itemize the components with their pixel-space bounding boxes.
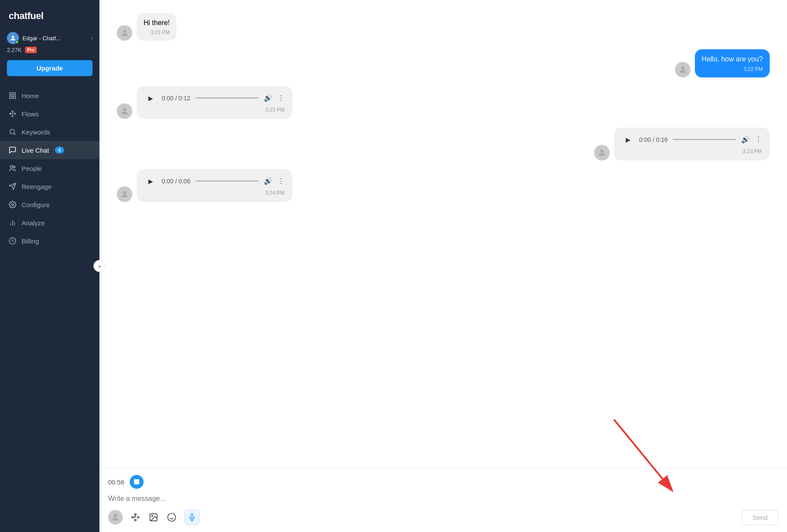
svg-point-19	[123, 30, 126, 33]
audio-time: 0:00 / 0:12	[162, 95, 190, 102]
sender-avatar	[108, 510, 123, 525]
play-button[interactable]: ▶	[622, 134, 634, 146]
upgrade-button[interactable]: Upgrade	[7, 60, 93, 76]
audio-progress-bar[interactable]	[195, 97, 259, 99]
configure-icon	[9, 201, 16, 208]
chat-input-area: 00:56 Send	[99, 468, 787, 532]
avatar	[117, 25, 132, 41]
chevron-icon: ›	[91, 35, 93, 41]
sidebar-item-keywords[interactable]: Keywords	[0, 123, 99, 141]
message-row-audio-received-2: ▶ 0:00 / 0:06 🔊 ⋮ 3:24 PM	[117, 169, 770, 202]
sidebar-item-label-flows: Flows	[22, 110, 38, 118]
collapse-sidebar-button[interactable]: »	[93, 260, 106, 272]
microphone-button[interactable]	[184, 510, 200, 525]
message-text: Hello, how are you?	[702, 54, 763, 64]
logo: chatfuel	[0, 0, 99, 29]
avatar	[594, 145, 610, 160]
stop-recording-button[interactable]	[130, 475, 144, 489]
svg-rect-1	[10, 93, 12, 95]
message-row-sent: Hello, how are you? 3:22 PM	[117, 49, 770, 77]
svg-rect-3	[10, 96, 12, 99]
message-time: 3:22 PM	[144, 29, 170, 35]
svg-point-25	[132, 516, 134, 518]
play-button[interactable]: ▶	[144, 92, 157, 104]
online-indicator	[15, 40, 19, 44]
keywords-icon	[9, 128, 16, 136]
sidebar-item-live-chat[interactable]: Live Chat 4	[0, 141, 99, 159]
billing-icon	[9, 237, 16, 245]
audio-controls: ▶ 0:00 / 0:12 🔊 ⋮	[144, 92, 285, 104]
input-toolbar: Send	[108, 510, 778, 525]
collapse-icon: »	[98, 263, 101, 269]
audio-controls: ▶ 0:00 / 0:06 🔊 ⋮	[144, 175, 285, 187]
more-icon[interactable]: ⋮	[278, 94, 285, 102]
sidebar-item-label-reengage: Reengage	[22, 183, 51, 190]
svg-point-24	[114, 514, 117, 517]
svg-point-23	[123, 191, 126, 194]
sidebar-item-billing[interactable]: Billing	[0, 232, 99, 250]
analyze-icon	[9, 219, 16, 227]
main-chat: Hi there! 3:22 PM Hello, how are you? 3:…	[99, 0, 787, 532]
sidebar-item-home[interactable]: Home	[0, 87, 99, 105]
audio-progress-bar[interactable]	[673, 139, 736, 140]
sidebar-item-configure[interactable]: Configure	[0, 195, 99, 214]
account-row[interactable]: Edgar - Chatf... ›	[7, 32, 93, 44]
sidebar: chatfuel Edgar - Chatf... › 2.27K Pro Up…	[0, 0, 99, 532]
play-button[interactable]: ▶	[144, 175, 157, 187]
svg-point-27	[138, 516, 139, 518]
svg-point-0	[12, 36, 14, 38]
sidebar-item-label-configure: Configure	[22, 201, 50, 208]
svg-point-5	[10, 113, 11, 115]
sidebar-item-label-keywords: Keywords	[22, 128, 50, 136]
avatar	[117, 103, 132, 119]
message-row-audio-sent: ▶ 0:00 / 0:16 🔊 ⋮ 3:23 PM	[117, 128, 770, 160]
svg-point-11	[13, 166, 16, 168]
svg-rect-4	[13, 96, 16, 99]
svg-point-9	[10, 129, 15, 134]
sidebar-item-label-people: People	[22, 165, 42, 172]
audio-timestamp: 3:24 PM	[144, 190, 285, 196]
volume-icon[interactable]: 🔊	[264, 177, 272, 185]
pro-badge: Pro	[25, 47, 37, 53]
reengage-icon	[9, 183, 16, 190]
svg-point-20	[681, 66, 684, 69]
more-icon[interactable]: ⋮	[278, 177, 285, 185]
message-text: Hi there!	[144, 18, 170, 28]
message-input[interactable]	[108, 493, 778, 504]
image-icon[interactable]	[148, 512, 159, 523]
live-chat-badge: 4	[55, 147, 64, 154]
stop-icon	[134, 479, 139, 484]
svg-rect-2	[13, 93, 16, 95]
audio-time: 0:00 / 0:16	[639, 136, 668, 143]
sidebar-item-flows[interactable]: Flows	[0, 105, 99, 123]
account-stats: 2.27K Pro	[7, 47, 93, 53]
more-icon[interactable]: ⋮	[755, 135, 762, 144]
audio-bubble: ▶ 0:00 / 0:12 🔊 ⋮ 3:23 PM	[137, 86, 292, 119]
sidebar-nav: Home Flows Keywords Live Chat 4	[0, 83, 99, 532]
volume-icon[interactable]: 🔊	[741, 135, 750, 144]
audio-progress-bar[interactable]	[195, 180, 259, 182]
svg-point-31	[168, 513, 176, 521]
people-icon	[9, 164, 16, 172]
message-bubble: Hi there! 3:22 PM	[137, 13, 176, 41]
recording-timer: 00:56	[108, 478, 125, 486]
emoji-icon[interactable]	[166, 512, 177, 523]
svg-point-14	[12, 204, 14, 206]
account-name: Edgar - Chatf...	[22, 35, 87, 42]
svg-point-10	[10, 165, 13, 168]
sidebar-item-reengage[interactable]: Reengage	[0, 177, 99, 195]
sidebar-item-analyze[interactable]: Analyze	[0, 214, 99, 232]
audio-timestamp: 3:23 PM	[144, 107, 285, 113]
svg-point-26	[134, 514, 136, 516]
messages-list: Hi there! 3:22 PM Hello, how are you? 3:…	[99, 0, 787, 468]
recording-indicator: 00:56	[108, 475, 778, 489]
flows-icon[interactable]	[130, 512, 141, 523]
send-button[interactable]: Send	[742, 510, 778, 525]
svg-point-30	[151, 515, 153, 516]
volume-icon[interactable]: 🔊	[264, 94, 272, 102]
message-time: 3:22 PM	[702, 66, 763, 72]
message-row-audio-received: ▶ 0:00 / 0:12 🔊 ⋮ 3:23 PM	[117, 86, 770, 119]
live-chat-icon	[9, 146, 16, 154]
sidebar-item-people[interactable]: People	[0, 159, 99, 177]
avatar	[675, 62, 691, 77]
